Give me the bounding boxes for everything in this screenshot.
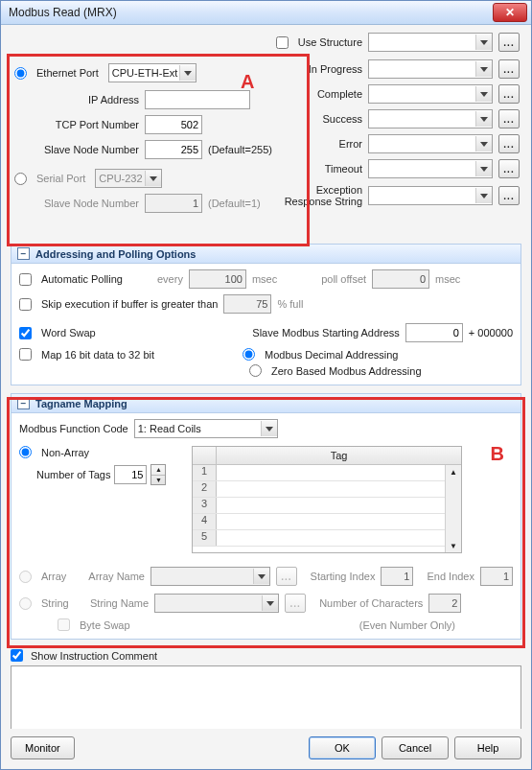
- num-chars-label: Number of Characters: [319, 597, 423, 609]
- poll-offset-msec: msec: [435, 273, 460, 285]
- success-label: Success: [322, 113, 362, 125]
- decimal-addressing-radio[interactable]: [243, 348, 255, 361]
- exception-label: Exception Response String: [276, 184, 362, 207]
- timeout-combo[interactable]: [368, 159, 493, 178]
- complete-combo[interactable]: [368, 84, 493, 104]
- success-combo[interactable]: [368, 109, 493, 128]
- serial-port-label: Serial Port: [36, 173, 85, 184]
- tag-row-index: 5: [193, 530, 217, 546]
- ethernet-port-value: CPU-ETH-Ext: [112, 67, 177, 79]
- ip-address-input[interactable]: [145, 90, 250, 109]
- structure-combo[interactable]: [368, 33, 493, 52]
- tag-row[interactable]: 4: [193, 514, 461, 530]
- even-number-note: (Even Number Only): [359, 619, 455, 631]
- chevron-down-icon: [475, 188, 492, 203]
- map16-checkbox[interactable]: [19, 348, 32, 361]
- structure-browse-button[interactable]: ...: [498, 33, 520, 52]
- cancel-button[interactable]: Cancel: [382, 736, 449, 759]
- spin-down-icon[interactable]: ▼: [151, 476, 165, 485]
- string-radio: [19, 597, 32, 610]
- eth-slave-hint: (Default=255): [208, 144, 272, 155]
- every-label: every: [157, 273, 183, 285]
- tag-row[interactable]: 3: [193, 498, 461, 514]
- zero-addressing-radio[interactable]: [249, 364, 262, 377]
- tcp-port-label: TCP Port Number: [43, 119, 139, 130]
- error-browse-button[interactable]: ...: [498, 134, 520, 153]
- pct-full-label: % full: [277, 298, 303, 310]
- chevron-down-icon: [475, 111, 492, 127]
- word-swap-checkbox[interactable]: [19, 327, 32, 339]
- instruction-comment-textarea[interactable]: [11, 665, 521, 729]
- start-addr-label: Slave Modbus Starting Address: [252, 327, 399, 338]
- in-progress-label: In Progress: [309, 63, 362, 75]
- tag-row-index: 3: [193, 498, 217, 513]
- show-comment-checkbox[interactable]: [11, 649, 23, 662]
- collapse-icon[interactable]: −: [17, 247, 30, 260]
- ip-address-label: IP Address: [43, 94, 139, 105]
- serial-port-combo[interactable]: CPU-232: [95, 169, 162, 188]
- string-name-label: String Name: [90, 597, 149, 609]
- skip-value-input: [223, 294, 271, 314]
- tag-grid[interactable]: Tag 1 2 3 4 5 ▲▼: [192, 446, 462, 553]
- tcp-port-input[interactable]: [145, 115, 202, 134]
- error-combo[interactable]: [368, 134, 493, 153]
- tag-row[interactable]: 5: [193, 530, 461, 547]
- serial-slave-hint: (Default=1): [208, 198, 261, 209]
- polling-section-title: Addressing and Polling Options: [35, 248, 196, 260]
- ok-button[interactable]: OK: [309, 736, 376, 759]
- tag-row-index: 2: [193, 481, 217, 497]
- automatic-polling-checkbox[interactable]: [19, 273, 32, 286]
- use-structure-checkbox[interactable]: [276, 36, 289, 49]
- byte-swap-label: Byte Swap: [80, 619, 130, 631]
- start-addr-suffix: + 000000: [469, 327, 513, 338]
- in-progress-combo[interactable]: [368, 59, 493, 79]
- func-code-combo[interactable]: 1: Read Coils: [134, 419, 278, 438]
- collapse-icon[interactable]: −: [17, 397, 30, 409]
- scroll-down-icon[interactable]: ▼: [446, 539, 461, 552]
- every-input: [189, 269, 246, 289]
- decimal-addressing-label: Modbus Decimal Addressing: [265, 349, 398, 361]
- num-tags-input[interactable]: [114, 465, 147, 484]
- exception-browse-button[interactable]: ...: [498, 186, 520, 205]
- every-msec: msec: [252, 273, 277, 285]
- timeout-label: Timeout: [325, 163, 362, 175]
- eth-slave-input[interactable]: [145, 140, 202, 159]
- start-addr-input[interactable]: [405, 323, 463, 342]
- in-progress-browse-button[interactable]: ...: [498, 59, 520, 79]
- help-button[interactable]: Help: [454, 736, 521, 759]
- chevron-down-icon: [253, 569, 269, 584]
- tagmap-section-title: Tagname Mapping: [35, 398, 127, 409]
- tag-row[interactable]: 1: [193, 465, 461, 481]
- start-index-input: [381, 567, 413, 586]
- scroll-up-icon[interactable]: ▲: [446, 465, 461, 478]
- array-radio: [19, 571, 32, 583]
- ethernet-port-radio[interactable]: [14, 67, 27, 80]
- array-name-label: Array Name: [88, 571, 145, 582]
- num-tags-spinner[interactable]: ▲▼: [150, 464, 166, 485]
- exception-combo[interactable]: [368, 186, 493, 205]
- timeout-browse-button[interactable]: ...: [498, 159, 520, 178]
- complete-browse-button[interactable]: ...: [498, 84, 520, 104]
- monitor-button[interactable]: Monitor: [11, 736, 75, 759]
- show-comment-label: Show Instruction Comment: [31, 650, 157, 662]
- string-browse-button: ...: [285, 594, 306, 613]
- func-code-value: 1: Read Coils: [138, 423, 201, 434]
- use-structure-label: Use Structure: [298, 36, 362, 48]
- ethernet-port-combo[interactable]: CPU-ETH-Ext: [108, 63, 197, 82]
- tag-row[interactable]: 2: [193, 481, 461, 498]
- non-array-radio[interactable]: [19, 446, 32, 458]
- success-browse-button[interactable]: ...: [498, 109, 520, 128]
- chevron-down-icon: [261, 421, 277, 436]
- serial-slave-input: [145, 194, 202, 213]
- serial-port-radio[interactable]: [14, 173, 27, 185]
- map16-label: Map 16 bit data to 32 bit: [41, 349, 154, 361]
- array-browse-button: ...: [276, 567, 296, 586]
- string-label: String: [41, 597, 84, 609]
- tag-row-index: 1: [193, 465, 217, 480]
- tag-grid-scrollbar[interactable]: ▲▼: [445, 465, 461, 552]
- ethernet-port-label: Ethernet Port: [36, 67, 99, 79]
- num-tags-label: Number of Tags: [36, 469, 110, 480]
- skip-execution-checkbox[interactable]: [19, 298, 32, 311]
- close-button[interactable]: ✕: [493, 3, 527, 22]
- spin-up-icon[interactable]: ▲: [151, 465, 165, 476]
